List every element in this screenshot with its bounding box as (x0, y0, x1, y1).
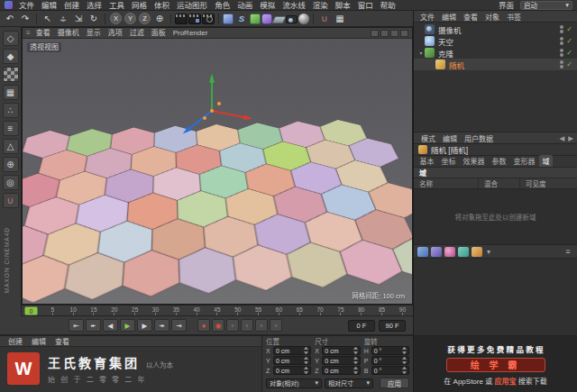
z-axis-lock-button[interactable]: Z (139, 13, 151, 24)
undo-icon[interactable]: ↶ (3, 12, 17, 25)
menu-item[interactable]: 动画 (234, 0, 256, 11)
timeline-tick[interactable]: 70 (314, 305, 327, 315)
object-row[interactable]: 摄像机✓ (414, 23, 577, 35)
cylinder-field-button[interactable] (458, 247, 469, 257)
x-axis-lock-button[interactable]: X (110, 13, 122, 24)
coord-input[interactable]: 0 cm (273, 356, 311, 365)
timeline-tick[interactable]: 20 (107, 305, 121, 315)
object-manager-tab[interactable]: 书签 (503, 12, 525, 22)
attribute-menu-item[interactable]: 模式 (417, 133, 439, 143)
viewport-menu-item[interactable]: 过滤 (126, 28, 148, 39)
visibility-dot-bottom[interactable] (560, 53, 563, 57)
timeline-tick[interactable]: 10 (67, 305, 80, 315)
coord-input[interactable]: 0 ° (371, 366, 409, 375)
timeline-tick[interactable]: 30 (149, 305, 162, 315)
stepper-icon[interactable] (353, 367, 358, 374)
menu-item[interactable]: 窗口 (354, 0, 377, 11)
viewport-menu-item[interactable]: 显示 (83, 28, 105, 39)
attribute-tab[interactable]: 效果器 (460, 155, 488, 167)
next-frame-button[interactable]: ▶ (137, 319, 152, 332)
random-field-button[interactable] (472, 247, 482, 257)
coord-mode-select[interactable]: 对象(相对) ▾ (266, 378, 322, 388)
current-frame-field[interactable]: 0 F (348, 320, 375, 332)
coord-input[interactable]: 0 ° (371, 346, 409, 355)
goto-end-button[interactable]: ⇥ (171, 319, 187, 332)
add-camera-button[interactable] (286, 15, 298, 23)
viewport-canvas[interactable]: 透视视图 网格间距: 100 cm (23, 39, 412, 304)
history-back-icon[interactable]: ◀ (559, 134, 564, 142)
workplane-toggle-icon[interactable]: ▦ (333, 12, 347, 25)
viewport-layout-button[interactable] (400, 30, 408, 37)
render-settings-button[interactable] (202, 14, 215, 24)
object-row[interactable]: 随机✓ (414, 59, 577, 70)
coord-input[interactable]: 0 cm (322, 356, 360, 365)
enabled-check-icon[interactable]: ✓ (566, 60, 572, 68)
points-mode-icon[interactable]: ∴ (3, 103, 19, 118)
object-manager-tab[interactable]: 编辑 (438, 12, 460, 22)
viewport-menu-item[interactable]: 面板 (148, 28, 169, 39)
record-rotation-toggle[interactable]: ◦ (255, 319, 268, 332)
viewport-layout-button[interactable] (390, 30, 398, 37)
ad-app-button[interactable]: 绘 学 霸 (446, 358, 545, 372)
menu-item[interactable]: 脚本 (332, 0, 354, 11)
apply-button[interactable]: 应用 (380, 378, 409, 388)
menu-item[interactable]: 运动图形 (173, 0, 211, 11)
prev-frame-button[interactable]: ◀ (103, 319, 118, 332)
visibility-dot-bottom[interactable] (560, 65, 563, 68)
next-key-button[interactable]: ↠ (154, 319, 169, 332)
visibility-dot-top[interactable] (560, 60, 563, 64)
field-layer-icon[interactable]: ≡ (563, 247, 573, 257)
object-manager-tab[interactable]: 查看 (460, 12, 481, 22)
size-mode-select[interactable]: 相对尺寸 ▾ (325, 378, 373, 388)
end-frame-field[interactable]: 90 F (379, 320, 406, 332)
attribute-menu-item[interactable]: 用户数据 (461, 133, 497, 143)
stepper-icon[interactable] (353, 347, 358, 354)
record-position-toggle[interactable]: ◦ (226, 319, 239, 332)
viewport-menu-icon[interactable]: ≡ (26, 29, 31, 37)
visibility-dot-bottom[interactable] (560, 30, 563, 33)
move-tool-icon[interactable] (56, 12, 70, 25)
record-keyframe-button[interactable]: ● (197, 319, 210, 332)
texture-mode-icon[interactable] (3, 67, 19, 82)
coordinate-system-icon[interactable]: ⊕ (152, 12, 167, 25)
stepper-icon[interactable] (353, 357, 358, 364)
timeline-tick[interactable]: 80 (354, 305, 368, 315)
field-dropdown-icon[interactable]: ▾ (485, 247, 492, 257)
goto-start-button[interactable]: ⇤ (69, 319, 84, 332)
workplane-mode-icon[interactable]: ▦ (3, 85, 19, 100)
menu-item[interactable]: 编辑 (38, 0, 60, 11)
history-forward-icon[interactable]: ▶ (568, 134, 573, 142)
timeline-tick[interactable]: 55 (252, 305, 265, 315)
rotate-tool-icon[interactable]: ↻ (87, 12, 101, 25)
timeline-tick[interactable]: 65 (293, 305, 307, 315)
stepper-icon[interactable] (402, 357, 407, 364)
coord-input[interactable]: 0 cm (273, 366, 311, 375)
object-row[interactable]: 天空✓ (414, 35, 577, 47)
timeline-playhead[interactable]: 0 (24, 306, 38, 315)
y-axis-lock-button[interactable]: Y (124, 13, 136, 24)
menu-item[interactable]: 文件 (15, 0, 38, 11)
viewport-menu-item[interactable]: 选项 (105, 28, 126, 39)
timeline-tick[interactable]: 35 (169, 305, 183, 315)
linear-field-button[interactable] (417, 247, 428, 257)
timeline-tick[interactable]: 75 (334, 305, 347, 315)
snap-settings-icon[interactable]: ∪ (3, 193, 19, 208)
menu-item[interactable]: 网格 (128, 0, 151, 11)
add-spline-button[interactable]: S (234, 12, 249, 25)
menu-item[interactable]: 工具 (105, 0, 128, 11)
visibility-dot-bottom[interactable] (560, 41, 563, 45)
enable-axis-icon[interactable]: ⊕ (3, 157, 19, 172)
axis-gizmo[interactable] (167, 64, 257, 154)
enabled-check-icon[interactable]: ✓ (566, 37, 572, 45)
attribute-tab[interactable]: 坐标 (438, 155, 459, 167)
timeline-tick[interactable]: 25 (128, 305, 142, 315)
spherical-field-button[interactable] (444, 247, 455, 257)
menu-item[interactable]: 模拟 (256, 0, 279, 11)
menu-item[interactable]: 选择 (83, 0, 105, 11)
render-picture-viewer-button[interactable] (188, 14, 201, 24)
app-icon[interactable] (5, 1, 13, 9)
timeline-tick[interactable]: 15 (87, 305, 100, 315)
object-manager-tab[interactable]: 文件 (417, 12, 438, 22)
box-field-button[interactable] (431, 247, 442, 257)
record-scale-toggle[interactable]: ◦ (241, 319, 253, 332)
